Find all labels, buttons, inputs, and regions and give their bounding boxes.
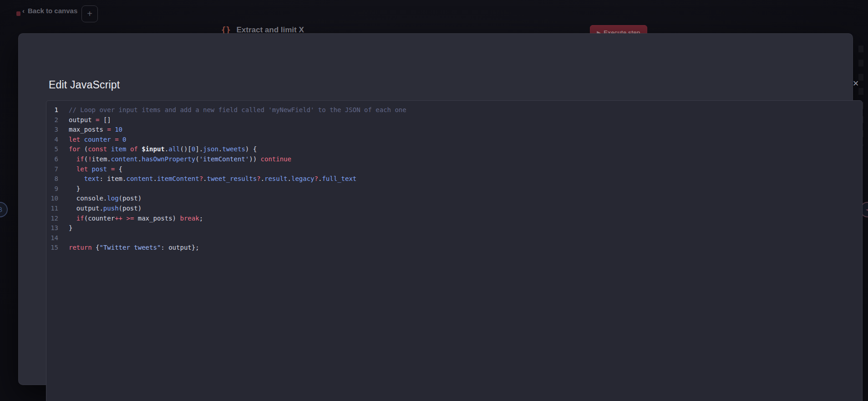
code-text: }	[69, 223, 72, 233]
line-number: 5	[46, 144, 58, 154]
code-line[interactable]: 8 text: item.content.itemContent?.tweet_…	[46, 174, 862, 184]
code-text: text: item.content.itemContent?.tweet_re…	[69, 174, 356, 184]
modal-title: Edit JavaScript	[49, 79, 120, 91]
line-number: 14	[46, 233, 58, 243]
code-text: for (const item of $input.all()[0].json.…	[69, 144, 257, 154]
canvas-node-edge-left[interactable]: ₿	[0, 202, 8, 217]
line-number: 8	[46, 174, 58, 184]
close-icon[interactable]: ✕	[849, 77, 863, 91]
code-line[interactable]: 9 }	[46, 184, 862, 194]
line-number: 1	[46, 105, 58, 115]
code-text: let post = {	[69, 165, 122, 175]
code-text: let counter = 0	[69, 135, 126, 145]
code-text: output.push(post)	[69, 204, 142, 214]
code-text: output = []	[69, 115, 111, 125]
line-number: 4	[46, 135, 58, 145]
code-line[interactable]: 10 console.log(post)	[46, 194, 862, 204]
line-number: 3	[46, 125, 58, 135]
line-number: 13	[46, 223, 58, 233]
logo-fragment	[16, 11, 20, 16]
code-line[interactable]: 15return {"Twitter tweets": output};	[46, 243, 862, 253]
code-line[interactable]: 6 if(!item.content.hasOwnProperty('itemC…	[46, 154, 862, 165]
chevron-left-icon: ‹	[22, 7, 25, 15]
code-line[interactable]: 13}	[46, 223, 862, 233]
code-text: if(!item.content.hasOwnProperty('itemCon…	[69, 154, 291, 165]
code-text: }	[69, 184, 80, 194]
plus-icon: +	[87, 9, 92, 19]
line-number: 11	[46, 204, 58, 214]
add-node-button[interactable]: +	[81, 5, 98, 22]
code-line[interactable]: 2output = []	[46, 115, 862, 125]
code-line[interactable]: 11 output.push(post)	[46, 204, 862, 214]
code-line[interactable]: 3max_posts = 10	[46, 125, 862, 135]
code-line[interactable]: 12 if(counter++ >= max_posts) break;	[46, 214, 862, 224]
code-line[interactable]: 5for (const item of $input.all()[0].json…	[46, 144, 862, 154]
code-line[interactable]: 7 let post = {	[46, 165, 862, 175]
line-number: 15	[46, 243, 58, 253]
back-to-canvas-button[interactable]: ‹ Back to canvas	[22, 7, 77, 15]
code-text: return {"Twitter tweets": output};	[69, 243, 199, 253]
code-lines: 1// Loop over input items and add a new …	[46, 105, 862, 253]
line-number: 2	[46, 115, 58, 125]
code-text: if(counter++ >= max_posts) break;	[69, 214, 203, 224]
code-editor[interactable]: 1// Loop over input items and add a new …	[46, 100, 863, 401]
line-number: 9	[46, 184, 58, 194]
code-text: // Loop over input items and add a new f…	[69, 105, 406, 115]
edit-javascript-modal: Edit JavaScript ✕ 1// Loop over input it…	[18, 33, 853, 385]
code-text: console.log(post)	[69, 194, 142, 204]
code-line[interactable]: 14	[46, 233, 862, 243]
code-line[interactable]: 1// Loop over input items and add a new …	[46, 105, 862, 115]
line-number: 7	[46, 165, 58, 175]
back-to-canvas-label: Back to canvas	[28, 7, 77, 15]
line-number: 6	[46, 154, 58, 165]
code-text: max_posts = 10	[69, 125, 122, 135]
line-number: 10	[46, 194, 58, 204]
line-number: 12	[46, 214, 58, 224]
code-line[interactable]: 4let counter = 0	[46, 135, 862, 145]
